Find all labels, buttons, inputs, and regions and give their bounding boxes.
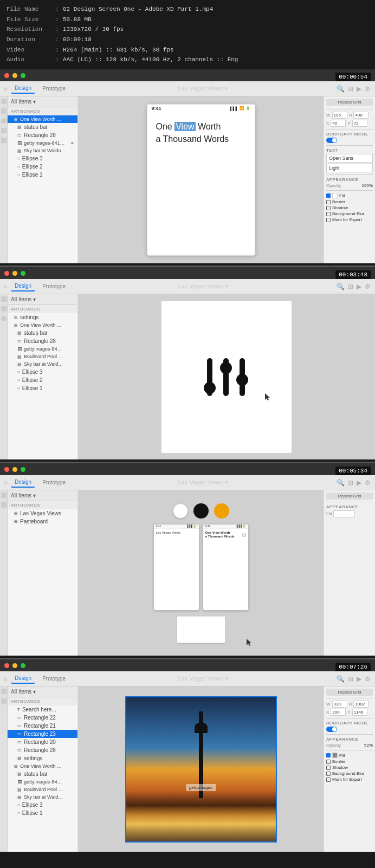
tab-prototype-2[interactable]: Prototype [38, 282, 69, 291]
layer-rect23-4[interactable]: ▭ Rectangle 23 [8, 730, 77, 738]
close-dot-2[interactable] [4, 271, 9, 276]
layer-getty-4[interactable]: 🖼 gettyimages-84183... [8, 778, 77, 786]
artboard-title-3[interactable]: Las Vegas Views ▾ [73, 479, 333, 486]
tool-text-1[interactable] [1, 138, 7, 143]
share-icon-4[interactable]: ⊞ [348, 675, 353, 683]
home-icon-4[interactable]: ⌂ [4, 676, 8, 682]
tab-design-1[interactable]: Design [11, 83, 35, 94]
font-weight-1[interactable]: Light [326, 164, 373, 172]
home-icon-1[interactable]: ⌂ [4, 86, 8, 92]
search-icon-1[interactable]: 🔍 [337, 85, 345, 93]
tool-pen-1[interactable] [1, 128, 7, 133]
layer-rect20-4[interactable]: ▭ Rectangle 20 [8, 738, 77, 746]
layer-ellipse3-1[interactable]: ○ Ellipse 3 [8, 154, 77, 163]
layer-statusbar-1[interactable]: ▤ status bar [8, 123, 77, 131]
layer-ellipse3-2[interactable]: ○ Ellipse 3 [8, 368, 77, 376]
tool-rect-2[interactable] [1, 306, 7, 312]
settings-icon-4[interactable]: ⚙ [365, 675, 371, 683]
artboard-title-1[interactable]: Las Vegas Views ▾ [73, 85, 333, 92]
layer-skybar-2[interactable]: ▤ Sky bar at Waldorf Au... [8, 360, 77, 368]
layer-ellipse2-1[interactable]: ○ Ellipse 2 [8, 163, 77, 171]
layer-rect28-4[interactable]: ▭ Rectangle 28 [8, 746, 77, 754]
artboard-title-2[interactable]: Las Vegas Views ▾ [73, 283, 333, 290]
layers-dropdown-2[interactable]: All Items ▾ [11, 296, 36, 302]
tab-design-3[interactable]: Design [11, 477, 35, 488]
close-dot-3[interactable] [4, 467, 9, 472]
repeat-grid-button-3[interactable]: Repeat Grid [326, 493, 373, 500]
fill-color-4[interactable] [332, 753, 338, 758]
search-icon-3[interactable]: 🔍 [337, 479, 345, 487]
layer-oneview-4[interactable]: ⊞ One View Worth a Thousand Words [8, 762, 77, 770]
x-input-4[interactable] [331, 709, 346, 716]
layer-getty-2[interactable]: 🖼 gettyimages-84181... [8, 345, 77, 353]
maximize-dot-4[interactable] [21, 663, 25, 668]
tool-select-1[interactable] [1, 99, 7, 104]
layer-pasteboard-3[interactable]: ⊞ Pasteboard [8, 517, 77, 526]
layers-dropdown-4[interactable]: All Items ▾ [11, 689, 36, 695]
repeat-grid-button-4[interactable]: Repeat Grid [326, 689, 373, 696]
tool-rect-1[interactable] [1, 108, 7, 114]
shadow-checkbox-1[interactable] [326, 206, 331, 210]
font-family-1[interactable]: Open Sans [326, 154, 373, 163]
fill-checkbox-1[interactable] [326, 193, 331, 198]
home-icon-2[interactable]: ⌂ [4, 283, 8, 289]
share-icon-2[interactable]: ⊞ [348, 283, 353, 290]
layer-blvd-4[interactable]: ▤ Boulevard Pool at Th... [8, 786, 77, 793]
layers-dropdown-3[interactable]: All Items ▾ [11, 493, 36, 498]
tool-rect-4[interactable] [1, 698, 7, 704]
share-icon-3[interactable]: ⊞ [348, 479, 353, 487]
minimize-dot-4[interactable] [12, 663, 17, 668]
w-input-4[interactable] [332, 701, 347, 708]
border-checkbox-1[interactable] [326, 200, 331, 204]
tool-select-2[interactable] [1, 296, 7, 302]
play-icon-3[interactable]: ▶ [357, 479, 361, 487]
layer-statusbar-2[interactable]: ▤ status bar [8, 329, 77, 337]
layer-ellipse1-1[interactable]: ○ Ellipse 1 [8, 171, 77, 179]
minimize-dot-3[interactable] [12, 467, 17, 472]
layer-lasvegas-3[interactable]: ⊞ Las Vegas Views [8, 509, 77, 517]
y-input-4[interactable] [352, 709, 367, 716]
layer-rect28-2[interactable]: ▭ Rectangle 28 [8, 337, 77, 345]
layer-statusbar-4[interactable]: ▤ status bar [8, 770, 77, 778]
tab-prototype-3[interactable]: Prototype [38, 478, 69, 487]
home-icon-3[interactable]: ⌂ [4, 480, 8, 485]
boundary-toggle-4[interactable] [326, 727, 337, 732]
tab-prototype-1[interactable]: Prototype [38, 84, 69, 93]
layer-search-4[interactable]: T Search here... [8, 705, 77, 714]
layer-getty-1[interactable]: 🖼 gettyimages-84183... 👁 [8, 139, 77, 147]
play-icon-4[interactable]: ▶ [357, 675, 361, 683]
border-checkbox-4[interactable] [326, 760, 331, 764]
close-dot-4[interactable] [4, 663, 9, 668]
h-input-1[interactable] [353, 112, 368, 119]
x-input-1[interactable] [331, 120, 346, 127]
fill-input-3[interactable] [333, 510, 355, 517]
tool-select-3[interactable] [1, 493, 7, 498]
layer-ellipse1-2[interactable]: ○ Ellipse 1 [8, 384, 77, 392]
tab-prototype-4[interactable]: Prototype [38, 674, 69, 683]
bgblur-checkbox-4[interactable] [326, 772, 331, 776]
minimize-dot-2[interactable] [12, 271, 17, 276]
w-input-1[interactable] [332, 112, 347, 119]
layer-skybar-1[interactable]: ▤ Sky bar at Waldorf Au... [8, 147, 77, 154]
settings-icon-3[interactable]: ⚙ [365, 479, 371, 487]
export-checkbox-4[interactable] [326, 778, 331, 782]
repeat-grid-button-1[interactable]: Repeat Grid [326, 99, 373, 106]
layer-rect22-4[interactable]: ▭ Rectangle 22 [8, 714, 77, 722]
layer-skybar-4[interactable]: ▤ Sky bar at Waldorf Au... [8, 793, 77, 801]
maximize-dot-1[interactable] [21, 73, 25, 78]
layer-blvd-2[interactable]: ▤ Boulevard Pool at Th... [8, 353, 77, 360]
play-icon-1[interactable]: ▶ [357, 85, 361, 93]
layer-rect21-4[interactable]: ▭ Rectangle 21 [8, 722, 77, 730]
tool-ellipse-1[interactable] [1, 118, 7, 124]
h-input-4[interactable] [353, 701, 368, 708]
share-icon-1[interactable]: ⊞ [348, 85, 353, 93]
layers-dropdown-1[interactable]: All Items ▾ [11, 99, 36, 105]
search-icon-4[interactable]: 🔍 [337, 675, 345, 683]
bgblur-checkbox-1[interactable] [326, 212, 331, 216]
layer-rect28-1[interactable]: ▭ Rectangle 28 [8, 131, 77, 139]
play-icon-2[interactable]: ▶ [357, 283, 361, 290]
maximize-dot-3[interactable] [21, 467, 25, 472]
close-dot-1[interactable] [4, 73, 9, 78]
fill-color-1[interactable] [332, 193, 338, 198]
fill-checkbox-4[interactable] [326, 753, 331, 757]
